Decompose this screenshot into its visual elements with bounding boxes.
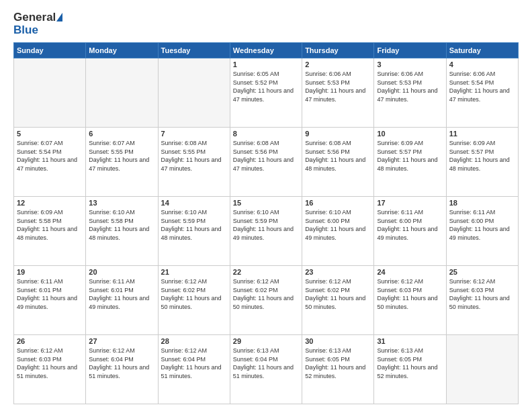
calendar-cell: 6Sunrise: 6:07 AMSunset: 5:55 PMDaylight… <box>86 128 158 197</box>
calendar-cell: 23Sunrise: 6:12 AMSunset: 6:02 PMDayligh… <box>302 266 374 335</box>
calendar-cell: 19Sunrise: 6:11 AMSunset: 6:01 PMDayligh… <box>14 266 86 335</box>
calendar-cell: 8Sunrise: 6:08 AMSunset: 5:56 PMDaylight… <box>230 128 302 197</box>
calendar-cell <box>86 58 158 128</box>
calendar-header-monday: Monday <box>86 43 158 58</box>
day-info: Sunrise: 6:13 AMSunset: 6:05 PMDaylight:… <box>305 347 371 380</box>
day-number: 11 <box>449 130 515 138</box>
calendar-cell: 22Sunrise: 6:12 AMSunset: 6:02 PMDayligh… <box>230 266 302 335</box>
day-info: Sunrise: 6:11 AMSunset: 6:01 PMDaylight:… <box>17 277 83 311</box>
calendar-cell: 29Sunrise: 6:13 AMSunset: 6:04 PMDayligh… <box>230 335 302 404</box>
day-number: 10 <box>377 130 443 138</box>
day-number: 3 <box>377 60 443 68</box>
day-info: Sunrise: 6:11 AMSunset: 6:00 PMDaylight:… <box>449 208 515 242</box>
calendar-cell: 3Sunrise: 6:06 AMSunset: 5:53 PMDaylight… <box>374 58 446 128</box>
day-info: Sunrise: 6:09 AMSunset: 5:57 PMDaylight:… <box>449 139 515 173</box>
day-info: Sunrise: 6:12 AMSunset: 6:03 PMDaylight:… <box>17 347 83 380</box>
day-number: 21 <box>161 268 227 276</box>
day-number: 30 <box>305 337 371 345</box>
logo-general: General <box>13 11 56 24</box>
day-info: Sunrise: 6:12 AMSunset: 6:02 PMDaylight:… <box>161 277 227 311</box>
day-number: 2 <box>305 60 371 68</box>
day-number: 9 <box>305 130 371 138</box>
day-number: 5 <box>17 130 83 138</box>
page: General Blue SundayMondayTuesdayWednesda… <box>0 0 532 411</box>
calendar-cell: 13Sunrise: 6:10 AMSunset: 5:58 PMDayligh… <box>86 197 158 266</box>
day-number: 15 <box>233 199 299 207</box>
day-info: Sunrise: 6:08 AMSunset: 5:56 PMDaylight:… <box>305 139 371 173</box>
day-info: Sunrise: 6:13 AMSunset: 6:04 PMDaylight:… <box>233 347 299 380</box>
calendar-cell: 21Sunrise: 6:12 AMSunset: 6:02 PMDayligh… <box>158 266 230 335</box>
day-number: 31 <box>377 337 443 345</box>
calendar-header-sunday: Sunday <box>14 43 86 58</box>
day-info: Sunrise: 6:08 AMSunset: 5:55 PMDaylight:… <box>161 139 227 173</box>
day-number: 12 <box>17 199 83 207</box>
day-info: Sunrise: 6:12 AMSunset: 6:04 PMDaylight:… <box>89 347 154 380</box>
day-number: 27 <box>89 337 154 345</box>
day-number: 6 <box>89 130 154 138</box>
day-info: Sunrise: 6:13 AMSunset: 6:05 PMDaylight:… <box>377 347 443 380</box>
calendar-cell: 31Sunrise: 6:13 AMSunset: 6:05 PMDayligh… <box>374 335 446 404</box>
day-number: 17 <box>377 199 443 207</box>
day-info: Sunrise: 6:05 AMSunset: 5:52 PMDaylight:… <box>233 70 299 103</box>
calendar-header-wednesday: Wednesday <box>230 43 302 58</box>
calendar-header-tuesday: Tuesday <box>158 43 230 58</box>
day-info: Sunrise: 6:06 AMSunset: 5:53 PMDaylight:… <box>377 70 443 103</box>
day-info: Sunrise: 6:12 AMSunset: 6:02 PMDaylight:… <box>233 277 299 311</box>
day-number: 7 <box>161 130 227 138</box>
calendar-cell: 11Sunrise: 6:09 AMSunset: 5:57 PMDayligh… <box>446 128 518 197</box>
day-info: Sunrise: 6:07 AMSunset: 5:54 PMDaylight:… <box>17 139 83 173</box>
day-number: 26 <box>17 337 83 345</box>
calendar-cell: 25Sunrise: 6:12 AMSunset: 6:03 PMDayligh… <box>446 266 518 335</box>
calendar-header-friday: Friday <box>374 43 446 58</box>
calendar-week-1: 1Sunrise: 6:05 AMSunset: 5:52 PMDaylight… <box>14 58 519 128</box>
calendar-cell: 30Sunrise: 6:13 AMSunset: 6:05 PMDayligh… <box>302 335 374 404</box>
calendar-cell <box>158 58 230 128</box>
day-number: 14 <box>161 199 227 207</box>
calendar-week-3: 12Sunrise: 6:09 AMSunset: 5:58 PMDayligh… <box>14 197 519 266</box>
calendar-week-5: 26Sunrise: 6:12 AMSunset: 6:03 PMDayligh… <box>14 335 519 404</box>
calendar-cell: 17Sunrise: 6:11 AMSunset: 6:00 PMDayligh… <box>374 197 446 266</box>
calendar-header-thursday: Thursday <box>302 43 374 58</box>
day-info: Sunrise: 6:12 AMSunset: 6:04 PMDaylight:… <box>161 347 227 380</box>
day-number: 25 <box>449 268 515 276</box>
calendar-header-row: SundayMondayTuesdayWednesdayThursdayFrid… <box>14 43 519 58</box>
day-info: Sunrise: 6:06 AMSunset: 5:53 PMDaylight:… <box>305 70 371 103</box>
calendar-cell <box>14 58 86 128</box>
calendar-cell: 14Sunrise: 6:10 AMSunset: 5:59 PMDayligh… <box>158 197 230 266</box>
calendar-table: SundayMondayTuesdayWednesdayThursdayFrid… <box>13 42 519 404</box>
calendar-body: 1Sunrise: 6:05 AMSunset: 5:52 PMDaylight… <box>14 58 519 404</box>
calendar-cell: 2Sunrise: 6:06 AMSunset: 5:53 PMDaylight… <box>302 58 374 128</box>
calendar-cell: 27Sunrise: 6:12 AMSunset: 6:04 PMDayligh… <box>86 335 158 404</box>
calendar-cell: 28Sunrise: 6:12 AMSunset: 6:04 PMDayligh… <box>158 335 230 404</box>
calendar-cell: 18Sunrise: 6:11 AMSunset: 6:00 PMDayligh… <box>446 197 518 266</box>
day-info: Sunrise: 6:10 AMSunset: 5:58 PMDaylight:… <box>89 208 154 242</box>
day-number: 19 <box>17 268 83 276</box>
day-info: Sunrise: 6:08 AMSunset: 5:56 PMDaylight:… <box>233 139 299 173</box>
calendar-cell: 15Sunrise: 6:10 AMSunset: 5:59 PMDayligh… <box>230 197 302 266</box>
calendar-week-2: 5Sunrise: 6:07 AMSunset: 5:54 PMDaylight… <box>14 128 519 197</box>
day-info: Sunrise: 6:12 AMSunset: 6:03 PMDaylight:… <box>377 277 443 311</box>
calendar-cell: 20Sunrise: 6:11 AMSunset: 6:01 PMDayligh… <box>86 266 158 335</box>
day-info: Sunrise: 6:09 AMSunset: 5:57 PMDaylight:… <box>377 139 443 173</box>
day-number: 20 <box>89 268 154 276</box>
day-info: Sunrise: 6:10 AMSunset: 6:00 PMDaylight:… <box>305 208 371 242</box>
day-info: Sunrise: 6:07 AMSunset: 5:55 PMDaylight:… <box>89 139 154 173</box>
day-number: 28 <box>161 337 227 345</box>
day-info: Sunrise: 6:11 AMSunset: 6:00 PMDaylight:… <box>377 208 443 242</box>
day-number: 22 <box>233 268 299 276</box>
day-info: Sunrise: 6:10 AMSunset: 5:59 PMDaylight:… <box>161 208 227 242</box>
day-info: Sunrise: 6:11 AMSunset: 6:01 PMDaylight:… <box>89 277 154 311</box>
calendar-cell: 10Sunrise: 6:09 AMSunset: 5:57 PMDayligh… <box>374 128 446 197</box>
calendar-cell: 7Sunrise: 6:08 AMSunset: 5:55 PMDaylight… <box>158 128 230 197</box>
day-number: 1 <box>233 60 299 68</box>
calendar-cell: 16Sunrise: 6:10 AMSunset: 6:00 PMDayligh… <box>302 197 374 266</box>
logo: General Blue <box>13 11 62 36</box>
day-number: 24 <box>377 268 443 276</box>
calendar-cell: 9Sunrise: 6:08 AMSunset: 5:56 PMDaylight… <box>302 128 374 197</box>
header: General Blue <box>13 11 519 36</box>
day-number: 4 <box>449 60 515 68</box>
calendar-cell <box>446 335 518 404</box>
logo-triangle-icon <box>56 13 62 21</box>
logo-blue: Blue <box>13 24 62 36</box>
day-number: 8 <box>233 130 299 138</box>
